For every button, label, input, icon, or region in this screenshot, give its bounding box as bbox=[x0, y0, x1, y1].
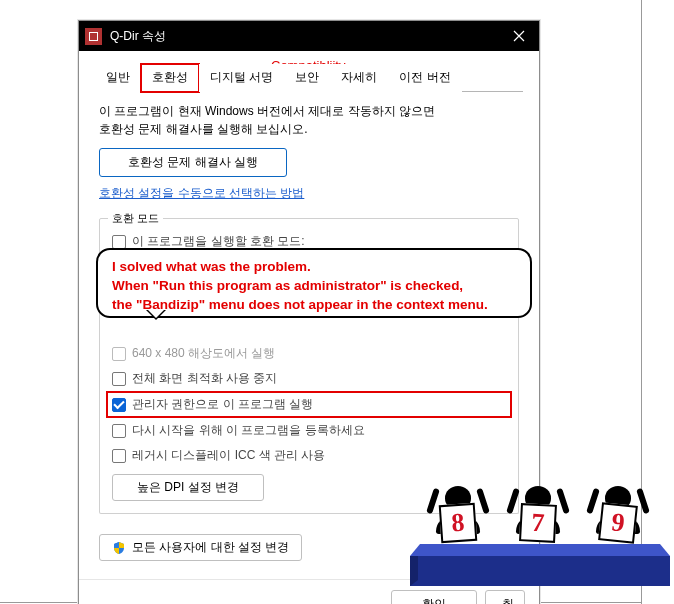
checkbox-icon[interactable] bbox=[112, 347, 126, 361]
annotation-line: When "Run this program as administrator"… bbox=[112, 277, 516, 296]
tab-security[interactable]: 보안 bbox=[284, 64, 330, 92]
score-card: 7 bbox=[519, 503, 557, 543]
window-title: Q-Dir 속성 bbox=[110, 28, 499, 45]
run-640x480-row[interactable]: 640 x 480 해상도에서 실행 bbox=[112, 341, 506, 366]
checkbox-label: 관리자 권한으로 이 프로그램 실행 bbox=[132, 396, 313, 413]
score-card: 8 bbox=[439, 503, 478, 543]
intro-text: 이 프로그램이 현재 Windows 버전에서 제대로 작동하지 않으면 호환성… bbox=[99, 102, 519, 138]
run-as-admin-row[interactable]: 관리자 권한으로 이 프로그램 실행 bbox=[108, 393, 510, 416]
intro-line: 호환성 문제 해결사를 실행해 보십시오. bbox=[99, 120, 519, 138]
tab-compatibility[interactable]: 호환성 bbox=[141, 64, 199, 92]
tab-previous-versions[interactable]: 이전 버전 bbox=[388, 64, 461, 92]
disable-fullscreen-row[interactable]: 전체 화면 최적화 사용 중지 bbox=[112, 366, 506, 391]
checkbox-icon[interactable] bbox=[112, 372, 126, 386]
tab-digital-signature[interactable]: 디지털 서명 bbox=[199, 64, 284, 92]
checkbox-label: 전체 화면 최적화 사용 중지 bbox=[132, 370, 277, 387]
intro-line: 이 프로그램이 현재 Windows 버전에서 제대로 작동하지 않으면 bbox=[99, 102, 519, 120]
judge-figure: 7 bbox=[508, 486, 568, 534]
checkbox-icon[interactable] bbox=[112, 424, 126, 438]
judges-cartoon: 8 7 9 bbox=[410, 416, 670, 586]
checkbox-label: 다시 시작을 위해 이 프로그램을 등록하세요 bbox=[132, 422, 365, 439]
ok-button[interactable]: 확인 bbox=[391, 590, 477, 604]
judge-figure: 9 bbox=[588, 486, 648, 534]
score-card: 9 bbox=[598, 502, 638, 544]
titlebar[interactable]: Q-Dir 속성 bbox=[79, 21, 539, 51]
annotation-bubble: I solved what was the problem. When "Run… bbox=[96, 248, 532, 318]
shield-icon bbox=[112, 541, 126, 555]
high-dpi-button[interactable]: 높은 DPI 설정 변경 bbox=[112, 474, 264, 501]
button-label: 모든 사용자에 대한 설정 변경 bbox=[132, 539, 289, 556]
svg-marker-0 bbox=[410, 544, 670, 556]
checkbox-icon[interactable] bbox=[112, 449, 126, 463]
cancel-button[interactable]: 취 bbox=[485, 590, 525, 604]
close-button[interactable] bbox=[499, 21, 539, 51]
checkbox-label: 레거시 디스플레이 ICC 색 관리 사용 bbox=[132, 447, 325, 464]
annotation-line: the "Bandizip" menu does not appear in t… bbox=[112, 296, 516, 315]
checkbox-icon[interactable] bbox=[112, 235, 126, 249]
tab-details[interactable]: 자세히 bbox=[330, 64, 388, 92]
tab-general[interactable]: 일반 bbox=[95, 64, 141, 92]
checkbox-icon[interactable] bbox=[112, 398, 126, 412]
troubleshooter-button[interactable]: 호환성 문제 해결사 실행 bbox=[99, 148, 287, 177]
manual-settings-link[interactable]: 호환성 설정을 수동으로 선택하는 방법 bbox=[99, 185, 304, 202]
close-icon bbox=[513, 30, 525, 42]
tab-bar: 일반 호환성 디지털 서명 보안 자세히 이전 버전 bbox=[95, 63, 523, 92]
app-icon bbox=[85, 28, 102, 45]
judge-figure: 8 bbox=[428, 486, 488, 534]
svg-rect-1 bbox=[410, 556, 670, 586]
checkbox-label: 640 x 480 해상도에서 실행 bbox=[132, 345, 275, 362]
annotation-line: I solved what was the problem. bbox=[112, 258, 516, 277]
group-title: 호환 모드 bbox=[108, 211, 163, 226]
change-all-users-button[interactable]: 모든 사용자에 대한 설정 변경 bbox=[99, 534, 302, 561]
